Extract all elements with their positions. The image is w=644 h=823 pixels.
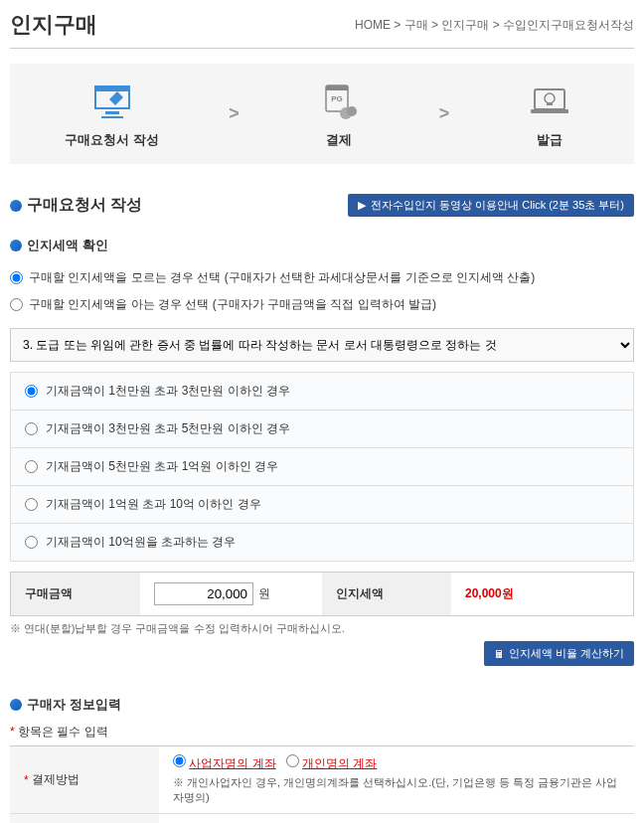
radio-known-tax-label: 구매할 인지세액을 아는 경우 선택 (구매자가 구매금액을 직접 입력하여 발… [29, 296, 436, 313]
calculate-ratio-button[interactable]: 🖩 인지세액 비율 계산하기 [484, 641, 634, 666]
biz-num-label: *사업자등록번호 [10, 814, 159, 823]
radio-range-1[interactable] [25, 385, 38, 398]
video-guide-link[interactable]: ▶ 전자수입인지 동영상 이용안내 Click (2분 35초 부터) [348, 194, 634, 217]
radio-biz-account[interactable] [173, 754, 186, 767]
subsection-title: 인지세액 확인 [10, 237, 634, 254]
biz-account-label[interactable]: 사업자명의 계좌 [189, 756, 275, 770]
bullet-icon [10, 200, 22, 212]
radio-personal-account[interactable] [286, 754, 299, 767]
bullet-icon [10, 699, 22, 711]
amount-range-list: 기재금액이 1천만원 초과 3천만원 이하인 경우 기재금액이 3천만원 초과 … [10, 372, 634, 562]
tax-label: 인지세액 [322, 573, 451, 615]
step-label: 발급 [537, 131, 563, 149]
svg-rect-12 [547, 102, 553, 105]
radio-range-2[interactable] [25, 422, 38, 435]
svg-rect-3 [101, 116, 123, 118]
svg-rect-9 [535, 89, 564, 109]
section-title: 구매요청서 작성 [10, 195, 142, 216]
svg-rect-5 [326, 85, 348, 90]
step-label: 결제 [326, 131, 352, 149]
range-label: 기재금액이 1천만원 초과 3천만원 이하인 경우 [46, 383, 290, 400]
svg-text:PG: PG [332, 94, 344, 103]
personal-account-label[interactable]: 개인명의 계좌 [302, 756, 377, 770]
chevron-right-icon: > [439, 103, 450, 124]
subsection-title: 구매자 정보입력 [10, 696, 634, 714]
price-input[interactable] [154, 582, 253, 605]
play-icon: ▶ [358, 199, 366, 212]
document-type-select[interactable]: 3. 도급 또는 위임에 관한 증서 중 법률에 따라 작성하는 문서 로서 대… [10, 328, 634, 362]
range-label: 기재금액이 10억원을 초과하는 경우 [46, 534, 236, 551]
svg-rect-10 [531, 109, 568, 113]
payment-note: ※ 개인사업자인 경우, 개인명의계좌를 선택하십시오.(단, 기업은행 등 특… [173, 775, 620, 805]
radio-range-4[interactable] [25, 498, 38, 511]
laptop-icon [520, 79, 579, 123]
calc-icon: 🖩 [494, 648, 505, 660]
svg-point-8 [347, 106, 357, 116]
step-label: 구매요청서 작성 [65, 131, 159, 149]
radio-range-3[interactable] [25, 460, 38, 473]
breadcrumb[interactable]: HOME > 구매 > 인지구매 > 수입인지구매요청서작성 [355, 17, 634, 34]
step-issue: 발급 [520, 79, 579, 149]
installment-note: ※ 연대(분할)납부할 경우 구매금액을 수정 입력하시어 구매하십시오. [10, 621, 634, 636]
payment-method-label: *결제방법 [10, 746, 159, 813]
price-unit: 원 [258, 585, 270, 602]
price-table: 구매금액 원 인지세액 20,000원 [10, 572, 634, 616]
range-label: 기재금액이 5천만원 초과 1억원 이하인 경우 [46, 458, 278, 475]
radio-range-5[interactable] [25, 536, 38, 549]
range-label: 기재금액이 1억원 초과 10억 이하인 경우 [46, 496, 261, 513]
radio-known-tax[interactable] [10, 298, 23, 311]
radio-unknown-tax-label: 구매할 인지세액을 모르는 경우 선택 (구매자가 선택한 과세대상문서를 기준… [29, 269, 535, 286]
progress-steps: 구매요청서 작성 > PG 결제 > 발급 [10, 64, 634, 164]
svg-rect-1 [95, 86, 129, 91]
document-edit-icon [82, 79, 142, 123]
page-title: 인지구매 [10, 10, 97, 40]
radio-unknown-tax[interactable] [10, 271, 23, 284]
svg-rect-2 [105, 111, 119, 114]
step-request: 구매요청서 작성 [65, 79, 159, 149]
step-payment: PG 결제 [309, 79, 369, 149]
range-label: 기재금액이 3천만원 초과 5천만원 이하인 경우 [46, 420, 290, 437]
bullet-icon [10, 240, 22, 251]
buyer-form-table: *결제방법 사업자명의 계좌 개인명의 계좌 ※ 개인사업자인 경우, 개인명의… [10, 745, 634, 823]
chevron-right-icon: > [229, 103, 240, 124]
price-label: 구매금액 [11, 573, 140, 615]
required-note: * 항목은 필수 입력 [10, 724, 634, 741]
tax-amount-value: 20,000원 [465, 585, 514, 602]
payment-icon: PG [309, 79, 369, 123]
svg-point-11 [545, 93, 555, 103]
